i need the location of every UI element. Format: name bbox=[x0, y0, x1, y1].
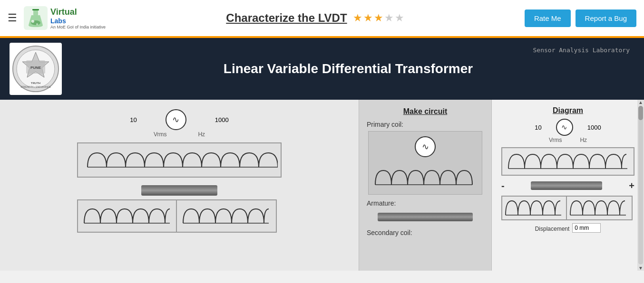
sine-icon-middle: ∿ bbox=[422, 142, 429, 152]
star-3[interactable]: ★ bbox=[374, 12, 383, 24]
secondary-coil-left-2 bbox=[181, 204, 271, 228]
hamburger-icon[interactable]: ☰ bbox=[8, 12, 17, 24]
page-wrapper: ☰ Virtual Labs An MoE GoI of India initi… bbox=[0, 0, 644, 271]
vrms-label-left: Vrms bbox=[154, 131, 167, 138]
header-center: Characterize the LVDT ★ ★ ★ ★ ★ bbox=[106, 11, 525, 25]
gen-row-middle: ∿ bbox=[415, 136, 436, 161]
vrms-label-right: Vrms bbox=[549, 137, 562, 143]
college-emblem: TRUTH STRENGTH • ENDURANCE PUNE bbox=[12, 45, 59, 93]
hz-label-right: Hz bbox=[580, 137, 587, 143]
secondary-coil-diagram-1 bbox=[504, 198, 564, 217]
lab-banner: TRUTH STRENGTH • ENDURANCE PUNE Linear V… bbox=[0, 38, 644, 100]
star-rating[interactable]: ★ ★ ★ ★ ★ bbox=[353, 12, 404, 24]
lab-title-area: Linear Variable Differential Transformer bbox=[62, 61, 634, 76]
primary-coil-diagram bbox=[506, 152, 630, 171]
logo-sub: An MoE GoI of India initiative bbox=[50, 25, 106, 29]
sine-icon-right: ∿ bbox=[561, 123, 567, 132]
middle-panel: Make circuit Primary coil: ∿ Armature: S… bbox=[359, 100, 492, 271]
primary-coil-middle bbox=[373, 166, 478, 189]
logo-icon bbox=[24, 6, 48, 30]
make-circuit-primary-box: ∿ bbox=[368, 131, 482, 195]
rate-me-button[interactable]: Rate Me bbox=[525, 9, 571, 27]
scrollbar-up-arrow[interactable]: ▲ bbox=[638, 100, 643, 105]
armature-bar-middle bbox=[378, 213, 473, 221]
star-5[interactable]: ★ bbox=[395, 12, 404, 24]
left-panel: 10 ∿ 1000 Vrms Hz bbox=[0, 100, 359, 271]
secondary-coil-left-1 bbox=[82, 204, 172, 228]
content-area: 10 ∿ 1000 Vrms Hz bbox=[0, 100, 644, 271]
svg-point-4 bbox=[31, 20, 34, 23]
hz-value-right: 1000 bbox=[587, 124, 601, 131]
header: ☰ Virtual Labs An MoE GoI of India initi… bbox=[0, 0, 644, 38]
logo-text: Virtual Labs An MoE GoI of India initiat… bbox=[50, 7, 106, 29]
star-2[interactable]: ★ bbox=[363, 12, 373, 24]
primary-coil-label: Primary coil: bbox=[367, 121, 403, 128]
scrollbar-down-arrow[interactable]: ▼ bbox=[638, 265, 643, 271]
logo-brand: Virtual bbox=[50, 7, 106, 17]
armature-bar-diagram bbox=[531, 181, 602, 190]
diagram-title: Diagram bbox=[553, 106, 583, 115]
page-title: Characterize the LVDT bbox=[226, 11, 347, 25]
plus-label: + bbox=[629, 180, 634, 191]
lab-title: Linear Variable Differential Transformer bbox=[224, 61, 473, 76]
report-bug-button[interactable]: Report a Bug bbox=[576, 9, 636, 27]
displacement-label: Displacement bbox=[535, 226, 570, 232]
secondary-coil-label: Secondary coil: bbox=[367, 229, 412, 236]
lab-subtitle: Sensor Analysis Laboratory bbox=[533, 47, 630, 54]
scrollbar-thumb[interactable] bbox=[638, 106, 643, 120]
star-4[interactable]: ★ bbox=[384, 12, 394, 24]
svg-text:STRENGTH • ENDURANCE: STRENGTH • ENDURANCE bbox=[20, 85, 51, 88]
svg-rect-1 bbox=[32, 9, 39, 10]
generator-middle[interactable]: ∿ bbox=[415, 136, 436, 157]
scrollbar-track[interactable] bbox=[638, 106, 643, 264]
vrms-value-right: 10 bbox=[535, 124, 541, 131]
generator-right[interactable]: ∿ bbox=[556, 119, 573, 136]
lab-badge: TRUTH STRENGTH • ENDURANCE PUNE bbox=[10, 43, 62, 95]
armature-bar-left bbox=[141, 185, 217, 196]
displacement-row: Displacement bbox=[535, 223, 601, 233]
vertical-scrollbar[interactable]: ▲ ▼ bbox=[637, 100, 644, 271]
vrms-value-left: 10 bbox=[130, 116, 137, 123]
hz-label-left: Hz bbox=[198, 131, 205, 138]
svg-rect-2 bbox=[33, 10, 38, 15]
sine-icon-left: ∿ bbox=[172, 114, 179, 125]
secondary-coil-diagram-2 bbox=[569, 198, 628, 217]
svg-point-5 bbox=[36, 23, 38, 25]
logo-labs: Labs bbox=[50, 17, 106, 25]
header-actions: Rate Me Report a Bug bbox=[525, 9, 636, 27]
primary-coil-left bbox=[83, 148, 278, 172]
svg-text:PUNE: PUNE bbox=[30, 66, 41, 70]
generator-left[interactable]: ∿ bbox=[166, 109, 186, 130]
right-panel: Diagram 10 ∿ 1000 Vrms Hz bbox=[492, 100, 644, 271]
armature-label: Armature: bbox=[367, 199, 396, 207]
hz-value-left: 1000 bbox=[215, 116, 229, 123]
svg-text:TRUTH: TRUTH bbox=[31, 82, 40, 85]
make-circuit-title: Make circuit bbox=[403, 107, 447, 116]
displacement-input[interactable] bbox=[572, 223, 601, 233]
logo: Virtual Labs An MoE GoI of India initiat… bbox=[24, 6, 106, 30]
star-1[interactable]: ★ bbox=[353, 12, 362, 24]
minus-label: - bbox=[501, 180, 505, 191]
